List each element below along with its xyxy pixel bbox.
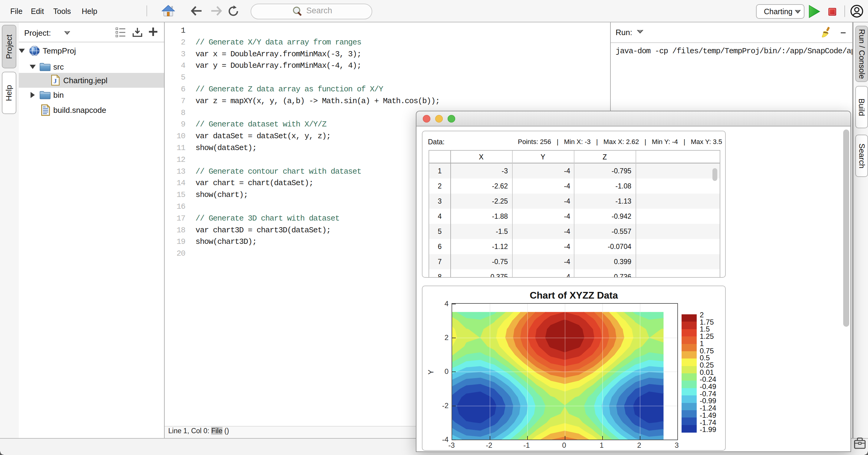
svg-text:J: J [54,77,57,85]
